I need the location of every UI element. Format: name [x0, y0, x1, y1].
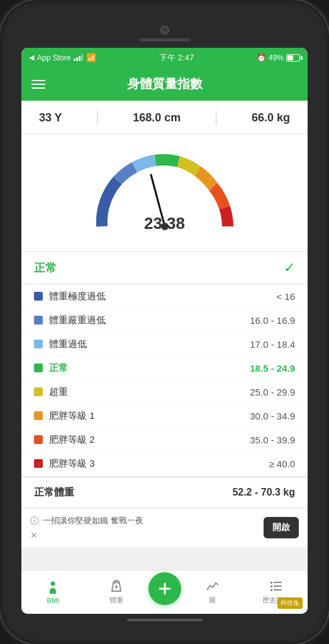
bmi-range-6: 30.0 - 34.9 — [250, 411, 295, 421]
add-button[interactable] — [148, 572, 181, 605]
signal-icon — [74, 55, 83, 61]
gauge-section: 23.38 — [21, 135, 308, 251]
stat-divider-2 — [216, 111, 216, 126]
back-arrow: ◀ — [29, 53, 34, 62]
svg-rect-11 — [270, 586, 272, 587]
tab-chart[interactable]: 圖 — [181, 574, 245, 610]
phone-frame: ◀ App Store 📶 下午 2:47 ⏰ 49% 身體質量指數 — [0, 0, 329, 644]
ad-info-icon: ⓘ — [30, 516, 39, 527]
stats-row: 33 Y 168.0 cm 66.0 kg — [21, 101, 308, 133]
bmi-range-3: 17.0 - 18.4 — [250, 339, 295, 350]
color-dot-2 — [34, 316, 43, 325]
battery-icon — [286, 54, 300, 62]
bmi-label-4: 正常 — [49, 362, 68, 374]
tab-add[interactable] — [148, 567, 181, 614]
bmi-row-6: 肥胖等級 1 30.0 - 34.9 — [21, 404, 308, 428]
color-dot-5 — [34, 387, 43, 396]
status-checkmark: ✓ — [284, 260, 295, 276]
ad-text: 一招讓你堅硬如鐵 奮戰一夜 — [43, 515, 143, 526]
chart-icon — [205, 579, 220, 594]
tab-bmi-label: BMI — [47, 597, 60, 604]
bmi-row-2: 體重嚴重過低 16.0 - 16.9 — [21, 309, 308, 333]
bmi-range-5: 25.0 - 29.9 — [250, 387, 295, 397]
bmi-label-8: 肥胖等級 3 — [49, 458, 95, 470]
status-left: ◀ App Store 📶 — [29, 53, 96, 62]
color-dot-1 — [34, 292, 43, 301]
bmi-table: 體重極度過低 < 16 體重嚴重過低 16.0 - 16.9 體重過低 17.0… — [21, 285, 308, 476]
plus-icon — [156, 580, 174, 597]
bmi-label-5: 超重 — [49, 386, 68, 398]
bmi-range-7: 35.0 - 39.9 — [250, 435, 295, 445]
tab-bmi[interactable]: BMI — [21, 575, 85, 609]
status-bar: ◀ App Store 📶 下午 2:47 ⏰ 49% — [21, 48, 308, 68]
carrier-label: App Store — [37, 53, 70, 62]
ad-open-button[interactable]: 開啟 — [264, 517, 299, 538]
bmi-status-row: 正常 ✓ — [21, 252, 308, 284]
weight-icon — [109, 579, 124, 594]
stat-divider-1 — [97, 111, 98, 126]
bmi-row-7: 肥胖等級 2 35.0 - 39.9 — [21, 428, 308, 452]
status-time: 下午 2:47 — [159, 52, 194, 64]
wifi-icon: 📶 — [86, 53, 96, 62]
ad-close-button[interactable]: ✕ — [30, 530, 38, 540]
color-dot-4 — [34, 364, 43, 372]
bmi-label-3: 體重過低 — [49, 338, 87, 350]
weight-stat: 66.0 kg — [252, 111, 290, 125]
normal-weight-label: 正常體重 — [34, 486, 74, 499]
age-stat: 33 Y — [39, 111, 62, 125]
bmi-row-3: 體重過低 17.0 - 18.4 — [21, 333, 308, 357]
bmi-label-2: 體重嚴重過低 — [49, 314, 106, 326]
alarm-icon: ⏰ — [257, 53, 266, 62]
tab-chart-label: 圖 — [209, 596, 216, 605]
bmi-gauge: 23.38 — [83, 145, 247, 236]
status-right: ⏰ 49% — [257, 53, 300, 62]
bmi-status-label: 正常 — [34, 260, 57, 275]
color-dot-3 — [34, 340, 43, 348]
color-dot-8 — [34, 459, 43, 468]
bmi-row-4: 正常 18.5 - 24.9 — [21, 357, 308, 380]
home-indicator[interactable] — [127, 619, 203, 621]
ad-banner: ⓘ 一招讓你堅硬如鐵 奮戰一夜 ✕ 開啟 — [21, 509, 308, 547]
tab-weight[interactable]: 體重 — [85, 574, 148, 610]
bmi-person-icon — [45, 580, 60, 595]
color-dot-7 — [34, 435, 43, 444]
normal-weight-row: 正常體重 52.2 - 70.3 kg — [21, 477, 308, 508]
bmi-label-1: 體重極度過低 — [49, 291, 106, 303]
phone-screen: ◀ App Store 📶 下午 2:47 ⏰ 49% 身體質量指數 — [21, 48, 308, 614]
front-camera — [160, 26, 169, 35]
bmi-range-4: 18.5 - 24.9 — [250, 363, 295, 374]
bmi-row-1: 體重極度過低 < 16 — [21, 285, 308, 309]
bmi-row-8: 肥胖等級 3 ≥ 40.0 — [21, 452, 308, 476]
height-stat: 168.0 cm — [133, 111, 181, 125]
bmi-label-7: 肥胖等級 2 — [49, 434, 95, 446]
svg-rect-12 — [270, 589, 272, 591]
list-icon — [269, 579, 284, 594]
battery-percent: 49% — [269, 53, 284, 62]
tab-weight-label: 體重 — [109, 596, 123, 605]
tab-bar: BMI 體重 — [21, 570, 308, 614]
watermark: 科技兔 — [277, 597, 303, 609]
svg-point-2 — [51, 581, 55, 586]
ad-text-column: ⓘ 一招讓你堅硬如鐵 奮戰一夜 ✕ — [30, 515, 143, 541]
color-dot-6 — [34, 411, 43, 420]
menu-button[interactable] — [31, 77, 45, 91]
bmi-range-1: < 16 — [276, 291, 295, 302]
bmi-label-6: 肥胖等級 1 — [49, 410, 95, 422]
bmi-range-8: ≥ 40.0 — [269, 458, 295, 469]
svg-rect-10 — [270, 582, 272, 584]
app-header: 身體質量指數 — [21, 68, 308, 101]
bmi-range-2: 16.0 - 16.9 — [250, 315, 295, 326]
bmi-row-5: 超重 25.0 - 29.9 — [21, 380, 308, 404]
bmi-value: 23.38 — [144, 214, 185, 233]
page-title: 身體質量指數 — [127, 75, 203, 92]
earpiece-speaker — [140, 38, 190, 42]
main-content: 33 Y 168.0 cm 66.0 kg — [21, 101, 308, 570]
normal-weight-value: 52.2 - 70.3 kg — [232, 487, 295, 498]
ad-content: ⓘ 一招讓你堅硬如鐵 奮戰一夜 ✕ — [30, 515, 257, 541]
